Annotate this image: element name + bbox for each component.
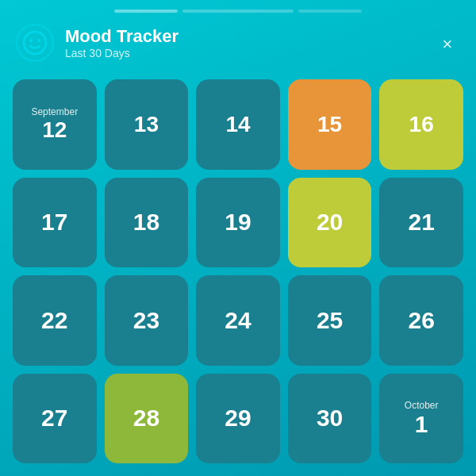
cell-day-number: 19 [225, 210, 251, 234]
close-button[interactable]: × [435, 32, 460, 57]
calendar-cell-23[interactable]: 23 [105, 275, 189, 366]
calendar-cell-26[interactable]: 26 [379, 275, 463, 366]
app-subtitle: Last 30 Days [65, 47, 460, 60]
cell-day-number: 16 [409, 113, 434, 136]
app-title: Mood Tracker [65, 26, 460, 47]
calendar-cell-20[interactable]: 20 [288, 178, 372, 268]
cell-day-number: 29 [225, 406, 251, 430]
header-text: Mood Tracker Last 30 Days [65, 26, 460, 60]
mood-icon-circle [16, 24, 54, 62]
cell-day-number: 15 [317, 113, 342, 136]
header: Mood Tracker Last 30 Days × [0, 17, 476, 71]
svg-point-2 [37, 39, 40, 42]
calendar-cell-13[interactable]: 13 [105, 79, 189, 170]
svg-point-1 [29, 39, 33, 42]
smiley-face-icon [22, 30, 48, 56]
calendar-cell-sep-12[interactable]: September 12 [13, 79, 97, 170]
drag-segment-2 [182, 10, 294, 13]
cell-day-number: 30 [317, 406, 343, 430]
cell-month-label: September [31, 107, 78, 117]
calendar-cell-14[interactable]: 14 [196, 79, 280, 170]
calendar-cell-oct-1[interactable]: October 1 [379, 374, 463, 464]
calendar-cell-16[interactable]: 16 [379, 79, 463, 170]
cell-day-number: 17 [41, 210, 67, 234]
cell-day-number: 25 [317, 309, 343, 332]
drag-segment-3 [298, 10, 362, 13]
cell-day-number: 22 [41, 309, 67, 332]
calendar-cell-27[interactable]: 27 [13, 374, 97, 464]
cell-day-number: 18 [133, 210, 159, 234]
calendar-row-4: 27 28 29 30 October 1 [13, 374, 463, 464]
calendar-row-2: 17 18 19 20 21 [13, 178, 463, 268]
cell-day-number: 23 [133, 309, 159, 332]
calendar-cell-29[interactable]: 29 [196, 374, 280, 464]
cell-day-number: 12 [42, 119, 67, 141]
calendar-cell-17[interactable]: 17 [13, 178, 97, 268]
cell-day-number: 20 [317, 210, 343, 234]
calendar-cell-24[interactable]: 24 [196, 275, 280, 366]
calendar-cell-25[interactable]: 25 [288, 275, 372, 366]
drag-bar [0, 0, 476, 17]
cell-day-number: 21 [408, 210, 434, 234]
drag-segment-1 [114, 10, 178, 13]
svg-point-0 [24, 32, 46, 54]
cell-day-number: 28 [133, 406, 159, 430]
calendar-cell-19[interactable]: 19 [196, 178, 280, 268]
calendar-row-3: 22 23 24 25 26 [13, 275, 463, 366]
calendar-cell-15[interactable]: 15 [288, 79, 372, 170]
cell-day-number: 13 [134, 113, 159, 136]
calendar-cell-22[interactable]: 22 [13, 275, 97, 366]
cell-month-label: October [405, 401, 439, 411]
cell-day-number: 1 [415, 413, 428, 436]
cell-day-number: 26 [408, 309, 434, 332]
cell-day-number: 27 [41, 406, 67, 430]
calendar-cell-18[interactable]: 18 [105, 178, 189, 268]
calendar-row-1: September 12 13 14 15 16 [13, 79, 463, 170]
cell-day-number: 14 [225, 113, 250, 136]
cell-day-number: 24 [225, 309, 251, 332]
calendar-grid: September 12 13 14 15 16 17 18 19 20 21 [0, 71, 476, 476]
calendar-cell-21[interactable]: 21 [379, 178, 463, 268]
calendar-cell-28[interactable]: 28 [105, 374, 189, 464]
calendar-cell-30[interactable]: 30 [288, 374, 372, 464]
